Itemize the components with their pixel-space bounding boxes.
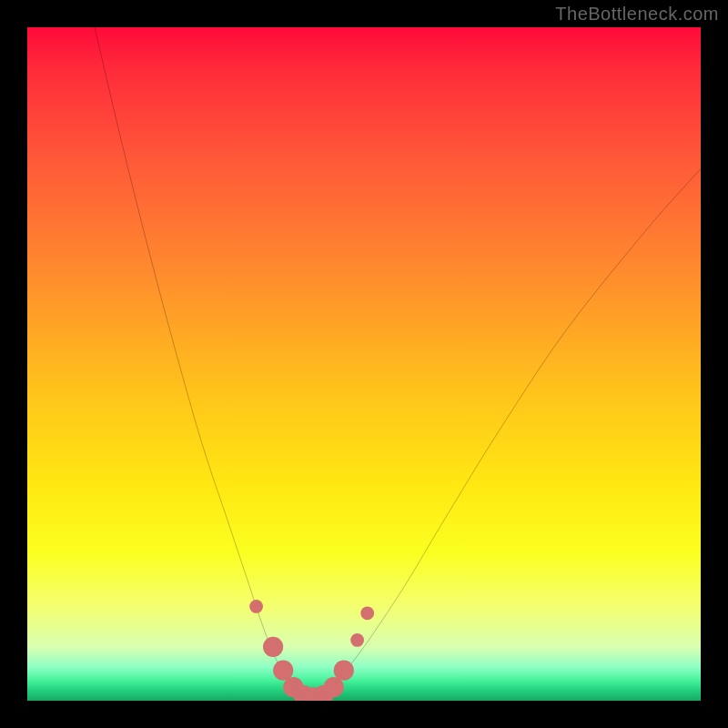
highlight-dot <box>360 606 374 620</box>
watermark-text: TheBottleneck.com <box>555 4 719 25</box>
bottleneck-curve <box>95 27 701 701</box>
highlight-dot <box>273 661 293 681</box>
highlight-dot <box>334 661 354 681</box>
highlight-dots <box>249 600 374 701</box>
chart-frame: TheBottleneck.com <box>0 0 728 728</box>
highlight-dot <box>249 600 263 613</box>
highlight-dot <box>263 637 283 657</box>
curve-layer <box>27 27 701 701</box>
highlight-dot <box>350 633 364 647</box>
highlight-dot <box>324 677 344 697</box>
plot-area <box>27 27 701 701</box>
